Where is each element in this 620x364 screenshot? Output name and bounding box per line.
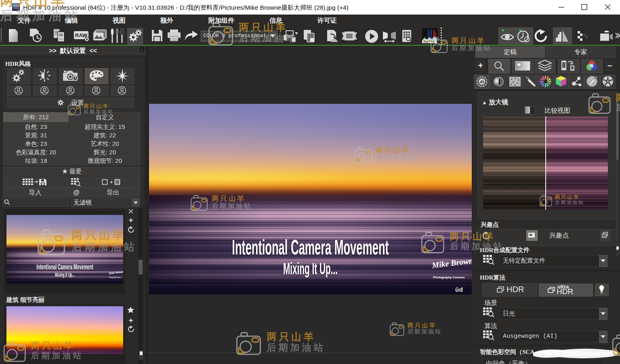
svg-text:+: +	[110, 179, 113, 185]
